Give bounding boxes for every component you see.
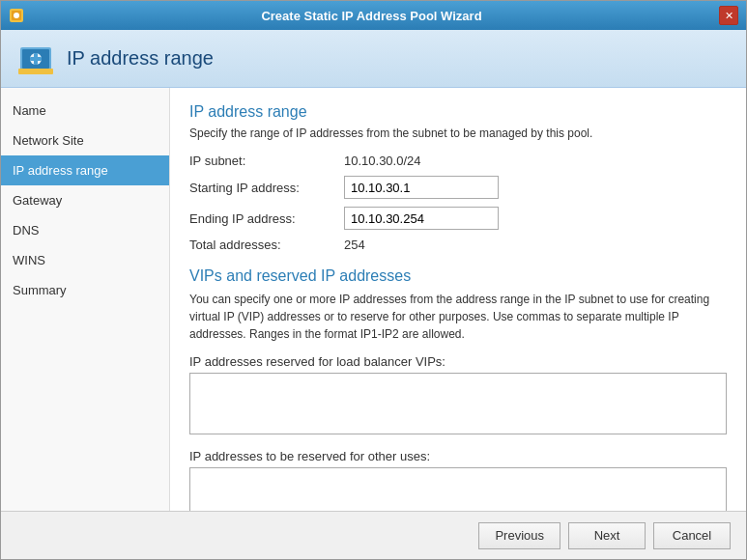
- ip-subnet-value: 10.10.30.0/24: [344, 154, 421, 168]
- vips-section: VIPs and reserved IP addresses You can s…: [189, 267, 727, 511]
- section2-title: VIPs and reserved IP addresses: [189, 267, 727, 285]
- section2-desc: You can specify one or more IP addresses…: [189, 291, 727, 343]
- total-addresses-label: Total addresses:: [189, 238, 344, 252]
- total-addresses-row: Total addresses: 254: [189, 238, 727, 252]
- ending-ip-row: Ending IP address:: [189, 207, 727, 230]
- next-button[interactable]: Next: [568, 522, 646, 549]
- section1-title: IP address range: [189, 103, 727, 121]
- starting-ip-label: Starting IP address:: [189, 181, 344, 195]
- vip-textarea[interactable]: [189, 373, 727, 434]
- title-bar: Create Static IP Address Pool Wizard ✕: [1, 1, 746, 30]
- header-title: IP address range: [67, 47, 214, 70]
- sidebar-item-wins[interactable]: WINS: [1, 245, 169, 275]
- footer: Previous Next Cancel: [1, 511, 746, 559]
- sidebar-item-gateway[interactable]: Gateway: [1, 185, 169, 215]
- sidebar: Name Network Site IP address range Gatew…: [1, 88, 170, 511]
- sidebar-item-dns[interactable]: DNS: [1, 215, 169, 245]
- ip-subnet-row: IP subnet: 10.10.30.0/24: [189, 154, 727, 168]
- total-addresses-value: 254: [344, 238, 365, 252]
- main-content: IP address range Specify the range of IP…: [170, 88, 746, 511]
- sidebar-item-name[interactable]: Name: [1, 96, 169, 126]
- sidebar-item-ip-address-range[interactable]: IP address range: [1, 155, 169, 185]
- wizard-window: Create Static IP Address Pool Wizard ✕ I…: [0, 0, 747, 560]
- starting-ip-row: Starting IP address:: [189, 176, 727, 199]
- title-bar-icon: [9, 8, 24, 23]
- svg-rect-7: [34, 53, 38, 65]
- section1-desc: Specify the range of IP addresses from t…: [189, 126, 727, 140]
- starting-ip-input[interactable]: [344, 176, 499, 199]
- svg-rect-8: [18, 69, 53, 74]
- reserved-textarea[interactable]: [189, 467, 727, 511]
- window-title: Create Static IP Address Pool Wizard: [24, 9, 719, 23]
- sidebar-item-summary[interactable]: Summary: [1, 275, 169, 305]
- ending-ip-input[interactable]: [344, 207, 499, 230]
- vip-label: IP addresses reserved for load balancer …: [189, 354, 727, 369]
- sidebar-item-network-site[interactable]: Network Site: [1, 126, 169, 155]
- header-icon: [16, 40, 55, 78]
- header-bar: IP address range: [1, 30, 746, 88]
- cancel-button[interactable]: Cancel: [653, 522, 731, 549]
- ip-subnet-label: IP subnet:: [189, 154, 344, 168]
- svg-point-2: [14, 13, 19, 18]
- close-button[interactable]: ✕: [719, 6, 738, 25]
- content-area: Name Network Site IP address range Gatew…: [1, 88, 746, 511]
- ending-ip-label: Ending IP address:: [189, 211, 344, 226]
- reserved-label: IP addresses to be reserved for other us…: [189, 449, 727, 463]
- previous-button[interactable]: Previous: [478, 522, 560, 549]
